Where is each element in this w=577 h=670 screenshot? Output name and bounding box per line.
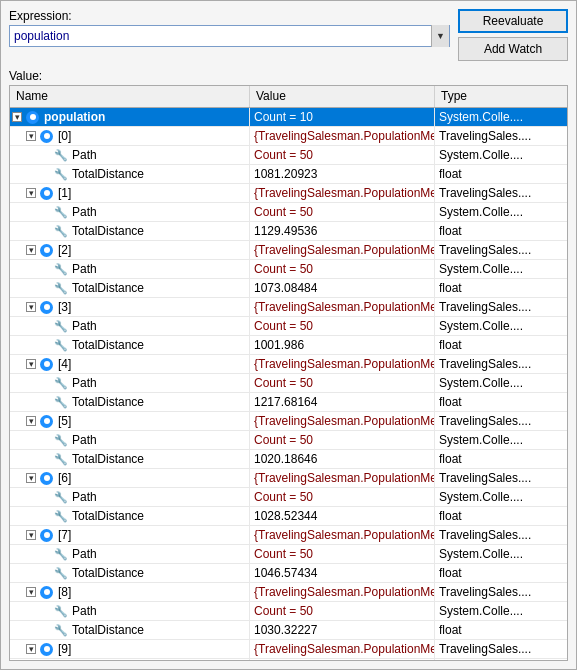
value-cell: {TravelingSalesman.PopulationMember} xyxy=(250,241,435,259)
value-cell: Count = 50 xyxy=(250,317,435,335)
col-name: Name xyxy=(10,86,250,107)
name-cell: 🔧TotalDistance xyxy=(10,336,250,354)
table-row[interactable]: 🔧PathCount = 50System.Colle.... xyxy=(10,374,567,393)
property-icon: 🔧 xyxy=(54,491,67,504)
expand-button[interactable]: ▾ xyxy=(26,416,36,426)
expand-button[interactable]: ▾ xyxy=(26,530,36,540)
expand-button[interactable]: ▾ xyxy=(26,644,36,654)
expand-button[interactable]: ▾ xyxy=(12,112,22,122)
type-cell: TravelingSales.... xyxy=(435,127,567,145)
row-name: Path xyxy=(72,376,97,390)
property-icon: 🔧 xyxy=(54,567,67,580)
row-name: TotalDistance xyxy=(72,338,144,352)
expression-input-row[interactable]: ▼ xyxy=(9,25,450,47)
expand-button[interactable]: ▾ xyxy=(26,245,36,255)
object-icon xyxy=(40,187,53,200)
value-cell: 1046.57434 xyxy=(250,564,435,582)
table-row[interactable]: 🔧PathCount = 50System.Colle.... xyxy=(10,659,567,660)
value-cell: 1001.986 xyxy=(250,336,435,354)
table-row[interactable]: ▾[8]{TravelingSalesman.PopulationMember}… xyxy=(10,583,567,602)
reevaluate-button[interactable]: Reevaluate xyxy=(458,9,568,33)
type-cell: TravelingSales.... xyxy=(435,640,567,658)
table-row[interactable]: ▾[2]{TravelingSalesman.PopulationMember}… xyxy=(10,241,567,260)
table-row[interactable]: 🔧PathCount = 50System.Colle.... xyxy=(10,203,567,222)
row-name: [7] xyxy=(58,528,71,542)
row-name: Path xyxy=(72,547,97,561)
object-icon xyxy=(40,643,53,656)
object-icon xyxy=(40,130,53,143)
table-row[interactable]: 🔧TotalDistance1073.08484float xyxy=(10,279,567,298)
table-row[interactable]: ▾populationCount = 10System.Colle.... xyxy=(10,108,567,127)
name-cell: ▾[0] xyxy=(10,127,250,145)
type-cell: System.Colle.... xyxy=(435,374,567,392)
name-cell: 🔧Path xyxy=(10,431,250,449)
table-row[interactable]: 🔧PathCount = 50System.Colle.... xyxy=(10,260,567,279)
debugger-watch-window: Expression: ▼ Reevaluate Add Watch Value… xyxy=(0,0,577,670)
expression-dropdown-arrow[interactable]: ▼ xyxy=(431,25,449,47)
table-row[interactable]: 🔧TotalDistance1217.68164float xyxy=(10,393,567,412)
name-cell: ▾population xyxy=(10,108,250,126)
value-cell: 1020.18646 xyxy=(250,450,435,468)
expression-input[interactable] xyxy=(10,29,431,43)
table-row[interactable]: ▾[3]{TravelingSalesman.PopulationMember}… xyxy=(10,298,567,317)
watch-table: Name Value Type ▾populationCount = 10Sys… xyxy=(9,85,568,661)
table-row[interactable]: 🔧PathCount = 50System.Colle.... xyxy=(10,431,567,450)
table-row[interactable]: 🔧PathCount = 50System.Colle.... xyxy=(10,602,567,621)
type-cell: float xyxy=(435,165,567,183)
type-cell: System.Colle.... xyxy=(435,260,567,278)
name-cell: 🔧TotalDistance xyxy=(10,393,250,411)
row-name: Path xyxy=(72,262,97,276)
table-row[interactable]: 🔧TotalDistance1030.32227float xyxy=(10,621,567,640)
table-row[interactable]: 🔧PathCount = 50System.Colle.... xyxy=(10,146,567,165)
expand-button[interactable]: ▾ xyxy=(26,131,36,141)
value-cell: Count = 10 xyxy=(250,108,435,126)
property-icon: 🔧 xyxy=(54,206,67,219)
expand-button[interactable]: ▾ xyxy=(26,188,36,198)
row-name: [6] xyxy=(58,471,71,485)
table-body[interactable]: ▾populationCount = 10System.Colle....▾[0… xyxy=(10,108,567,660)
name-cell: 🔧Path xyxy=(10,317,250,335)
expand-button[interactable]: ▾ xyxy=(26,359,36,369)
add-watch-button[interactable]: Add Watch xyxy=(458,37,568,61)
value-cell: {TravelingSalesman.PopulationMember} xyxy=(250,469,435,487)
property-icon: 🔧 xyxy=(54,282,67,295)
table-row[interactable]: 🔧PathCount = 50System.Colle.... xyxy=(10,545,567,564)
row-name: [2] xyxy=(58,243,71,257)
name-cell: ▾[3] xyxy=(10,298,250,316)
object-icon xyxy=(40,244,53,257)
table-row[interactable]: ▾[0]{TravelingSalesman.PopulationMember}… xyxy=(10,127,567,146)
table-row[interactable]: 🔧TotalDistance1046.57434float xyxy=(10,564,567,583)
table-row[interactable]: 🔧TotalDistance1129.49536float xyxy=(10,222,567,241)
row-name: Path xyxy=(72,205,97,219)
row-name: Path xyxy=(72,604,97,618)
property-icon: 🔧 xyxy=(54,320,67,333)
table-row[interactable]: 🔧TotalDistance1028.52344float xyxy=(10,507,567,526)
table-row[interactable]: ▾[1]{TravelingSalesman.PopulationMember}… xyxy=(10,184,567,203)
value-cell: 1129.49536 xyxy=(250,222,435,240)
table-row[interactable]: 🔧TotalDistance1081.20923float xyxy=(10,165,567,184)
table-row[interactable]: 🔧PathCount = 50System.Colle.... xyxy=(10,317,567,336)
object-icon xyxy=(40,415,53,428)
name-cell: 🔧Path xyxy=(10,602,250,620)
value-cell: Count = 50 xyxy=(250,203,435,221)
table-row[interactable]: ▾[4]{TravelingSalesman.PopulationMember}… xyxy=(10,355,567,374)
table-row[interactable]: ▾[6]{TravelingSalesman.PopulationMember}… xyxy=(10,469,567,488)
expression-label: Expression: xyxy=(9,9,450,23)
value-cell: {TravelingSalesman.PopulationMember} xyxy=(250,412,435,430)
table-row[interactable]: 🔧PathCount = 50System.Colle.... xyxy=(10,488,567,507)
expand-button[interactable]: ▾ xyxy=(26,473,36,483)
table-row[interactable]: ▾[9]{TravelingSalesman.PopulationMember}… xyxy=(10,640,567,659)
expand-button[interactable]: ▾ xyxy=(26,302,36,312)
table-row[interactable]: 🔧TotalDistance1001.986float xyxy=(10,336,567,355)
table-header: Name Value Type xyxy=(10,86,567,108)
type-cell: System.Colle.... xyxy=(435,317,567,335)
table-row[interactable]: 🔧TotalDistance1020.18646float xyxy=(10,450,567,469)
value-cell: Count = 50 xyxy=(250,545,435,563)
property-icon: 🔧 xyxy=(54,510,67,523)
property-icon: 🔧 xyxy=(54,263,67,276)
value-cell: Count = 50 xyxy=(250,602,435,620)
table-row[interactable]: ▾[5]{TravelingSalesman.PopulationMember}… xyxy=(10,412,567,431)
expand-button[interactable]: ▾ xyxy=(26,587,36,597)
table-row[interactable]: ▾[7]{TravelingSalesman.PopulationMember}… xyxy=(10,526,567,545)
name-cell: 🔧Path xyxy=(10,374,250,392)
